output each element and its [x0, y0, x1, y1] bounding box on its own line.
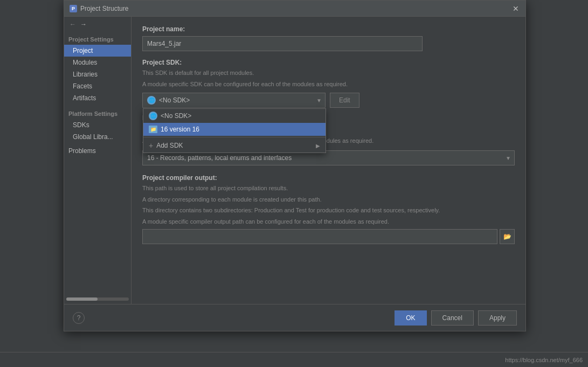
close-button[interactable]: ✕	[511, 4, 520, 13]
sdk-dropdown-value: <No SDK>	[159, 96, 190, 104]
forward-button[interactable]: →	[79, 20, 88, 29]
compiler-desc-4: A module specific compiler output path c…	[142, 217, 515, 226]
compiler-section: Project compiler output: This path is us…	[142, 174, 515, 244]
ok-button[interactable]: OK	[395, 310, 426, 326]
add-plus-icon: +	[149, 141, 153, 150]
sdk-option-no-sdk[interactable]: 🌐 <No SDK>	[143, 109, 326, 123]
sidebar-item-project[interactable]: Project	[64, 45, 131, 57]
no-sdk-label: <No SDK>	[161, 112, 191, 120]
add-sdk-item[interactable]: + Add SDK ▶	[143, 139, 326, 153]
sdk-row: 🌐 <No SDK> ▼ 🌐 <No SDK> 📁 16 version 16	[142, 93, 515, 108]
edit-sdk-button[interactable]: Edit	[330, 93, 359, 108]
project-name-label: Project name:	[142, 25, 515, 33]
help-button[interactable]: ?	[73, 312, 85, 324]
status-bar: https://blog.csdn.net/myf_666	[0, 352, 588, 367]
sidebar-item-global-libs[interactable]: Global Libra...	[64, 131, 131, 143]
compiler-desc-2: A directory corresponding to each module…	[142, 195, 515, 204]
sidebar: ← → Project Settings Project Modules Lib…	[64, 17, 132, 304]
sdk-dropdown-popup: 🌐 <No SDK> 📁 16 version 16 + Add SDK	[143, 108, 326, 153]
dialog-footer: ? OK Cancel Apply	[64, 304, 525, 331]
cancel-button[interactable]: Cancel	[431, 310, 474, 326]
apply-button[interactable]: Apply	[478, 310, 517, 326]
title-bar: P Project Structure ✕	[64, 1, 525, 17]
sidebar-item-facets[interactable]: Facets	[64, 80, 131, 92]
sdk-dropdown[interactable]: 🌐 <No SDK> ▼ 🌐 <No SDK> 📁 16 version 16	[142, 93, 326, 108]
dialog-title: Project Structure	[80, 5, 511, 12]
project-settings-label: Project Settings	[64, 32, 131, 45]
dropdown-arrow-icon: ▼	[316, 98, 322, 103]
platform-settings-label: Platform Settings	[64, 104, 131, 119]
sidebar-nav: ← →	[64, 17, 131, 32]
sdk-option-16[interactable]: 📁 16 version 16	[143, 123, 326, 136]
add-sdk-left: + Add SDK	[149, 141, 183, 150]
compiler-output-row: 📂	[142, 229, 515, 244]
sdk-desc-1: This SDK is default for all project modu…	[142, 68, 515, 78]
compiler-desc-1: This path is used to store all project c…	[142, 184, 515, 193]
sidebar-item-problems[interactable]: Problems	[64, 143, 131, 157]
back-button[interactable]: ←	[68, 20, 77, 29]
scrollbar-thumb	[66, 297, 98, 301]
sidebar-item-modules[interactable]: Modules	[64, 57, 131, 68]
browse-folder-button[interactable]: 📂	[500, 229, 515, 244]
compiler-output-input[interactable]	[142, 229, 497, 244]
project-name-input[interactable]	[142, 36, 423, 51]
sidebar-item-sdks[interactable]: SDKs	[64, 119, 131, 131]
add-sdk-label: Add SDK	[156, 142, 183, 149]
dialog-body: ← → Project Settings Project Modules Lib…	[64, 17, 525, 304]
project-sdk-label: Project SDK:	[142, 59, 515, 66]
compiler-desc-3: This directory contains two subdirectori…	[142, 206, 515, 215]
lang-dropdown-arrow-icon: ▼	[506, 155, 511, 161]
dialog-icon: P	[70, 5, 77, 12]
sdk-folder-icon: 📁	[149, 126, 157, 133]
sdk-16-label: 16 version 16	[161, 126, 199, 133]
sidebar-scrollbar[interactable]	[64, 297, 131, 302]
add-sdk-arrow-icon: ▶	[316, 143, 320, 149]
no-sdk-globe-icon: 🌐	[149, 112, 157, 120]
sidebar-item-artifacts[interactable]: Artifacts	[64, 92, 131, 104]
sdk-desc-2: A module specific SDK can be configured …	[142, 80, 515, 89]
language-level-value: 16 - Records, patterns, local enums and …	[147, 154, 292, 162]
status-url: https://blog.csdn.net/myf_666	[505, 357, 583, 363]
sidebar-item-libraries[interactable]: Libraries	[64, 68, 131, 80]
main-content: Project name: Project SDK: This SDK is d…	[132, 17, 525, 304]
folder-icon: 📂	[503, 233, 511, 240]
globe-icon: 🌐	[147, 96, 156, 105]
scrollbar-track	[66, 297, 129, 301]
project-structure-dialog: P Project Structure ✕ ← → Project Settin…	[64, 0, 526, 331]
dropdown-divider	[143, 137, 326, 137]
compiler-output-label: Project compiler output:	[142, 174, 515, 182]
